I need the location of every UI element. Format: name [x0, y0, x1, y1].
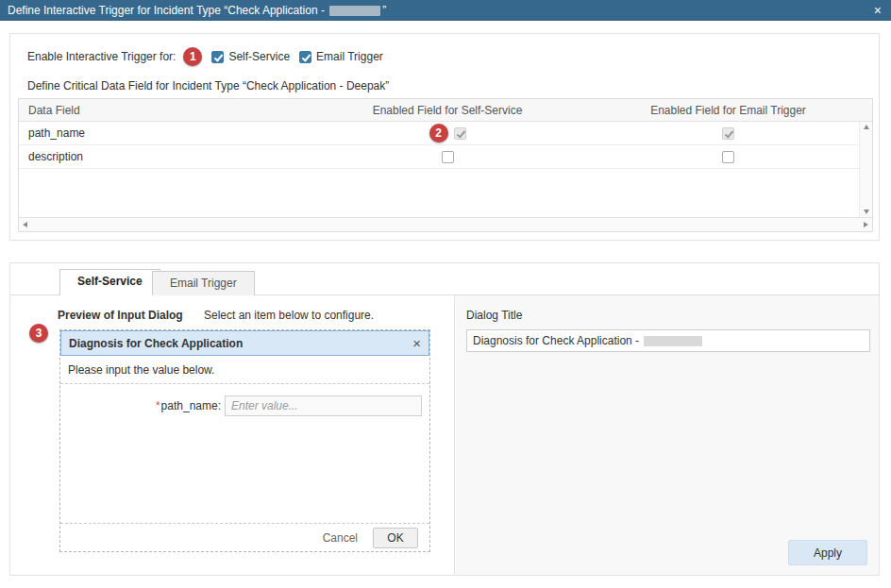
dialog-title: Define Interactive Trigger for Incident … [8, 4, 872, 17]
dialog-title-suffix: ” [382, 4, 386, 17]
preview-hint: Select an item below to configure. [204, 309, 374, 322]
table-row: description [19, 145, 872, 169]
step-1-badge: 1 [183, 47, 202, 66]
cancel-button[interactable]: Cancel [323, 531, 358, 545]
scroll-up-icon[interactable] [864, 125, 869, 129]
trigger-preview-panel: Self-Service Email Trigger Preview of In… [9, 262, 880, 576]
preview-field-row[interactable]: *path_name: Enter value... [60, 395, 429, 416]
field-label-text: path_name: [161, 399, 221, 412]
data-field-table: Data Field Enabled Field for Self-Servic… [18, 98, 873, 232]
path-name-input[interactable]: Enter value... [225, 395, 422, 416]
step-3-badge: 3 [29, 324, 48, 343]
critical-data-field-label: Define Critical Data Field for Incident … [27, 79, 389, 92]
self-service-checkbox-group[interactable]: Self-Service [211, 50, 290, 63]
self-service-checkbox-label[interactable]: Self-Service [228, 50, 290, 63]
email-trigger-checkbox[interactable] [299, 51, 311, 63]
scroll-down-icon[interactable] [864, 210, 869, 214]
step-2-badge: 2 [429, 124, 448, 143]
input-dialog-preview: Diagnosis for Check Application × Please… [59, 329, 430, 552]
description-email-trigger-checkbox[interactable] [722, 151, 734, 163]
self-service-cell [297, 151, 597, 163]
email-trigger-cell [597, 151, 872, 163]
preview-heading: Preview of Input Dialog [58, 309, 183, 322]
self-service-checkbox[interactable] [211, 51, 224, 63]
column-header-data-field: Data Field [19, 104, 297, 117]
scroll-left-icon[interactable] [23, 222, 27, 227]
column-header-self-service: Enabled Field for Self-Service [297, 104, 597, 117]
field-name-cell: description [19, 150, 297, 163]
preview-dialog-body: Please input the value below. *path_name… [60, 356, 429, 523]
email-trigger-cell [597, 127, 872, 140]
close-icon[interactable]: × [872, 4, 883, 17]
enable-trigger-label: Enable Interactive Trigger for: [27, 50, 176, 63]
preview-dialog-title[interactable]: Diagnosis for Check Application [69, 337, 412, 350]
description-self-service-checkbox[interactable] [442, 151, 454, 163]
horizontal-scrollbar[interactable] [19, 217, 872, 231]
path-name-self-service-checkbox [454, 127, 466, 140]
redacted-text [644, 336, 702, 346]
tab-email-trigger[interactable]: Email Trigger [152, 271, 255, 295]
self-service-cell: 2 [297, 124, 597, 143]
tab-self-service[interactable]: Self-Service [59, 269, 160, 295]
table-body: path_name 2 description [19, 122, 872, 217]
ok-button[interactable]: OK [373, 528, 418, 548]
enable-trigger-row: Enable Interactive Trigger for: 1 Self-S… [27, 45, 383, 68]
config-region: Dialog Title Diagnosis for Check Applica… [454, 295, 879, 575]
email-trigger-checkbox-group[interactable]: Email Trigger [299, 50, 383, 63]
define-interactive-trigger-window: Define Interactive Trigger for Incident … [0, 0, 891, 588]
scroll-right-icon[interactable] [864, 222, 868, 227]
dialog-titlebar: Define Interactive Trigger for Incident … [0, 0, 891, 21]
dialog-title-input[interactable]: Diagnosis for Check Application - [466, 329, 870, 352]
preview-instruction: Please input the value below. [60, 356, 429, 384]
dialog-title-prefix: Define Interactive Trigger for Incident … [8, 4, 328, 17]
table-row: path_name 2 [19, 122, 872, 145]
preview-dialog-header[interactable]: Diagnosis for Check Application × [60, 330, 429, 356]
column-header-email-trigger: Enabled Field for Email Trigger [597, 104, 872, 117]
table-header: Data Field Enabled Field for Self-Servic… [19, 99, 872, 122]
dialog-title-value: Diagnosis for Check Application - [473, 334, 642, 347]
apply-button[interactable]: Apply [788, 540, 867, 565]
required-mark: * [156, 399, 160, 412]
redacted-text [329, 6, 380, 16]
path-name-email-trigger-checkbox [722, 127, 734, 140]
trigger-config-panel: Enable Interactive Trigger for: 1 Self-S… [9, 33, 880, 241]
vertical-scrollbar[interactable] [859, 122, 872, 217]
email-trigger-checkbox-label[interactable]: Email Trigger [316, 50, 383, 63]
preview-close-icon[interactable]: × [412, 335, 421, 351]
preview-dialog-footer: Cancel OK [60, 523, 429, 551]
path-name-field-label: *path_name: [60, 399, 221, 412]
field-name-cell: path_name [19, 126, 297, 140]
preview-region: Preview of Input Dialog Select an item b… [10, 295, 454, 575]
dialog-title-label: Dialog Title [466, 309, 522, 322]
